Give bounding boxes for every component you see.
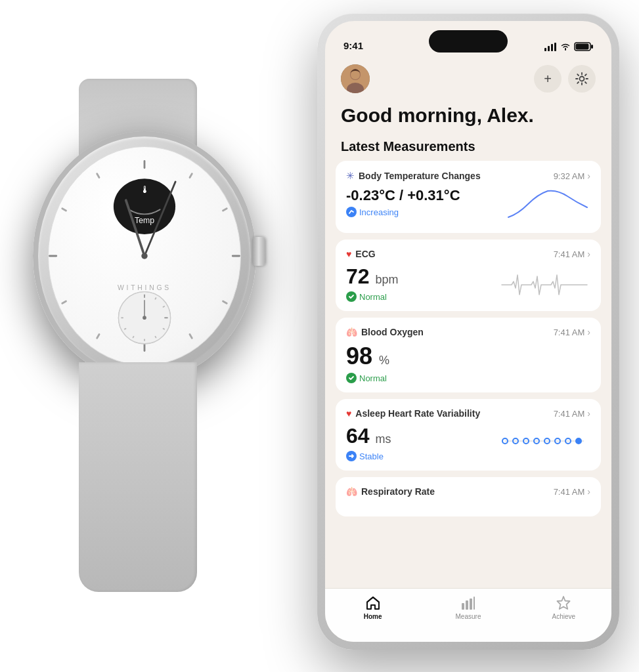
hrv-card[interactable]: ♥ Asleep Heart Rate Variability 7:41 AM … — [336, 399, 601, 471]
ecg-icon: ♥ — [346, 249, 351, 259]
svg-rect-20 — [144, 294, 145, 298]
svg-rect-36 — [554, 43, 556, 51]
svg-rect-26 — [144, 339, 145, 341]
section-title: Latest Measurements — [325, 127, 611, 161]
watch-case: 🌡 Temp — [33, 131, 256, 381]
respiratory-icon: 🫁 — [346, 486, 357, 497]
body-temp-title: Body Temperature Changes — [359, 171, 481, 181]
app-header: + — [325, 56, 611, 93]
svg-rect-34 — [548, 46, 550, 51]
svg-rect-39 — [576, 44, 589, 50]
respiratory-card[interactable]: 🫁 Respiratory Rate 7:41 AM › — [336, 477, 601, 516]
svg-rect-60 — [470, 598, 472, 610]
svg-rect-9 — [49, 255, 57, 257]
phone-screen: 9:41 — [325, 21, 611, 642]
avatar[interactable] — [341, 64, 370, 93]
app-content: + Good morning, Alex. Latest Measurement… — [325, 56, 611, 642]
blood-oxygen-card[interactable]: 🫁 Blood Oxygen 7:41 AM › 98 % — [336, 318, 601, 392]
ecg-card[interactable]: ♥ ECG 7:41 AM › 72 bpm — [336, 240, 601, 311]
hrv-value: 64 ms — [346, 424, 391, 448]
measure-icon — [460, 595, 476, 611]
respiratory-title: Respiratory Rate — [361, 486, 435, 497]
watch-crown[interactable] — [252, 237, 265, 266]
svg-rect-0 — [144, 160, 146, 169]
svg-rect-58 — [462, 603, 464, 610]
ecg-title: ECG — [355, 249, 375, 259]
svg-rect-35 — [551, 44, 553, 51]
svg-rect-61 — [474, 597, 475, 610]
ecg-chart — [498, 262, 590, 298]
svg-rect-38 — [591, 45, 593, 49]
svg-rect-3 — [232, 255, 240, 257]
svg-rect-2 — [222, 207, 229, 212]
nav-measure[interactable]: Measure — [420, 595, 516, 620]
blood-oxygen-header: 🫁 Blood Oxygen 7:41 AM › — [346, 327, 590, 337]
measurements-list: ✳ Body Temperature Changes 9:32 AM › -0.… — [325, 161, 611, 523]
svg-point-44 — [580, 77, 584, 81]
blood-oxygen-title: Blood Oxygen — [361, 327, 424, 337]
nav-achieve[interactable]: Achieve — [516, 595, 611, 620]
ecg-card-header: ♥ ECG 7:41 AM › — [346, 249, 590, 259]
phone: 9:41 — [317, 13, 632, 656]
ecg-normal-icon — [346, 291, 357, 302]
temp-icon: ✳ — [346, 170, 355, 182]
signal-icon — [544, 43, 556, 51]
svg-point-45 — [346, 207, 357, 217]
achieve-label: Achieve — [552, 613, 576, 620]
blood-oxygen-status: Normal — [346, 373, 389, 383]
hrv-stable-icon — [346, 451, 357, 461]
blood-oxygen-time: 7:41 AM — [554, 327, 585, 337]
greeting: Good morning, Alex. — [325, 93, 611, 127]
body-temp-status: Increasing — [346, 207, 460, 217]
wifi-icon — [560, 43, 571, 51]
svg-text:Temp: Temp — [135, 216, 154, 225]
hrv-chart — [498, 421, 590, 457]
ecg-status: Normal — [346, 291, 399, 302]
home-label: Home — [364, 613, 382, 620]
respiratory-header: 🫁 Respiratory Rate 7:41 AM › — [346, 486, 590, 497]
blood-oxygen-normal-icon — [346, 373, 357, 383]
home-icon — [365, 595, 381, 611]
ecg-value: 72 bpm — [346, 264, 399, 289]
hrv-time: 7:41 AM — [554, 409, 585, 419]
dynamic-island — [429, 30, 508, 52]
svg-rect-10 — [61, 207, 68, 212]
svg-point-43 — [351, 70, 360, 79]
hrv-header: ♥ Asleep Heart Rate Variability 7:41 AM … — [346, 408, 590, 419]
body-temp-value: -0.23°C / +0.31°C — [346, 187, 460, 204]
add-button[interactable]: + — [534, 65, 562, 93]
svg-rect-8 — [61, 300, 68, 304]
svg-point-31 — [143, 316, 146, 320]
battery-icon — [575, 42, 593, 51]
card-header: ✳ Body Temperature Changes 9:32 AM › — [346, 170, 590, 182]
svg-text:🌡: 🌡 — [140, 184, 150, 195]
blood-oxygen-value: 98 % — [346, 343, 389, 370]
svg-rect-4 — [222, 300, 229, 304]
svg-rect-33 — [544, 48, 546, 51]
ecg-chevron: › — [587, 249, 590, 259]
temp-chart — [505, 184, 590, 224]
ecg-time: 7:41 AM — [554, 249, 585, 259]
hrv-title: Asleep Heart Rate Variability — [355, 408, 480, 419]
svg-rect-6 — [144, 343, 146, 352]
body-temp-card[interactable]: ✳ Body Temperature Changes 9:32 AM › -0.… — [336, 161, 601, 233]
settings-icon — [575, 72, 589, 86]
hrv-chevron: › — [587, 408, 590, 419]
svg-rect-1 — [188, 173, 193, 179]
svg-rect-7 — [96, 333, 100, 340]
blood-oxygen-chevron: › — [587, 327, 590, 337]
svg-rect-29 — [121, 317, 123, 318]
svg-text:WITHINGS: WITHINGS — [118, 284, 171, 291]
watch-ticks: 🌡 Temp — [49, 147, 240, 365]
respiratory-chevron: › — [587, 486, 590, 497]
nav-home[interactable]: Home — [325, 595, 420, 620]
status-icons — [544, 42, 593, 51]
measure-label: Measure — [456, 613, 481, 620]
svg-point-17 — [141, 253, 147, 259]
svg-rect-59 — [466, 600, 468, 610]
hrv-icon: ♥ — [346, 408, 351, 419]
blood-oxygen-icon: 🫁 — [346, 327, 357, 337]
header-actions: + — [534, 65, 596, 93]
phone-frame: 9:41 — [317, 13, 619, 650]
settings-button[interactable] — [568, 65, 596, 93]
